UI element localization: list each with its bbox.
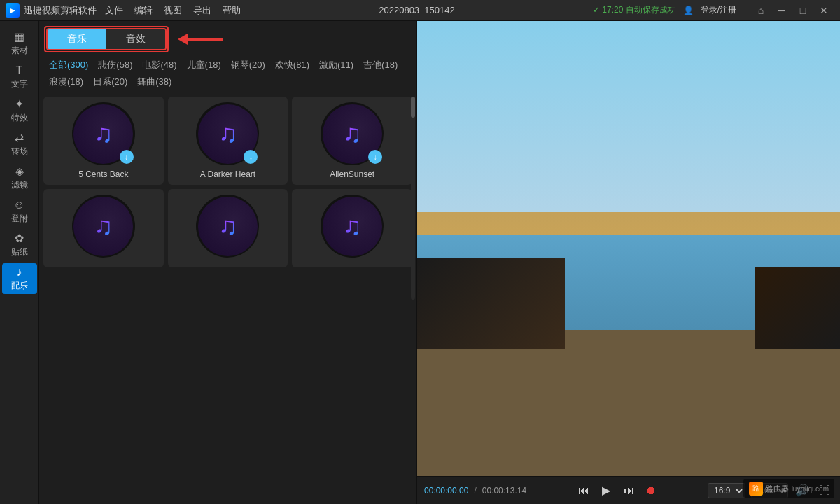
watermark-url: luyouqi.com — [792, 485, 829, 493]
menu-edit[interactable]: 编辑 — [134, 4, 153, 17]
music-tab-group: 音乐 音效 — [46, 28, 167, 50]
music-card-6[interactable]: ♫ — [292, 189, 412, 267]
music-thumb-4: ♫ — [72, 195, 135, 258]
titlebar: ▶ 迅捷视频剪辑软件 文件 编辑 视图 导出 帮助 20220803_15014… — [0, 0, 840, 21]
menu-export[interactable]: 导出 — [193, 4, 211, 17]
cat-dance[interactable]: 舞曲(38) — [134, 74, 174, 90]
music-thumb-inner-6: ♫ — [323, 197, 382, 256]
music-thumb-1: ♫ ↓ — [72, 102, 135, 165]
menu-view[interactable]: 视图 — [164, 4, 182, 17]
app-icon: ▶ — [6, 4, 20, 18]
cat-japan[interactable]: 日系(20) — [90, 74, 130, 90]
video-preview — [417, 21, 840, 476]
time-total: 00:00:13.14 — [482, 486, 526, 496]
sidebar-item-filter[interactable]: ◈ 滤镜 — [2, 162, 37, 193]
sidebar-label-music: 配乐 — [11, 280, 28, 292]
music-card-5[interactable]: ♫ — [168, 189, 288, 267]
download-btn-1[interactable]: ↓ — [120, 150, 134, 164]
tab-music[interactable]: 音乐 — [48, 29, 106, 49]
music-title-1: 5 Cents Back — [78, 169, 128, 179]
music-thumb-3: ♫ ↓ — [321, 102, 384, 165]
music-card-3[interactable]: ♫ ↓ AlienSunset — [292, 97, 412, 185]
sidebar-item-transition[interactable]: ⇄ 转场 — [2, 129, 37, 160]
music-thumb-6: ♫ — [321, 195, 384, 258]
sidebar-item-music[interactable]: ♪ 配乐 — [2, 263, 37, 294]
download-btn-2[interactable]: ↓ — [244, 150, 258, 164]
sidebar-item-effects[interactable]: ✦ 特效 — [2, 95, 37, 126]
sidebar-label-sticker2: 贴纸 — [11, 246, 28, 258]
sidebar-label-sticker: 登附 — [11, 213, 28, 225]
music-note-icon-5: ♫ — [218, 211, 237, 241]
cat-sad[interactable]: 悲伤(58) — [95, 57, 135, 73]
sticker-icon: ☺ — [13, 199, 24, 211]
download-btn-3[interactable]: ↓ — [368, 150, 382, 164]
menu-file[interactable]: 文件 — [105, 4, 123, 17]
user-icon: 👤 — [683, 6, 694, 15]
login-btn[interactable]: 登录/注册 — [701, 4, 736, 16]
record-button[interactable]: ⏺ — [643, 482, 659, 499]
time-separator: / — [474, 486, 476, 496]
music-thumb-5: ♫ — [196, 195, 259, 258]
preview-sky — [417, 21, 840, 212]
music-grid: ♫ ↓ 5 Cents Back ♫ ↓ A Darker Heart — [43, 97, 412, 267]
sidebar-item-material[interactable]: ▦ 素材 — [2, 28, 37, 59]
maximize-button[interactable]: □ — [792, 0, 813, 21]
sidebar-label-material: 素材 — [11, 45, 28, 57]
tab-sfx[interactable]: 音效 — [106, 29, 165, 49]
cat-guitar[interactable]: 吉他(18) — [360, 57, 400, 73]
cat-kids[interactable]: 儿童(18) — [184, 57, 224, 73]
scrollbar-thumb[interactable] — [411, 97, 415, 118]
cat-inspire[interactable]: 激励(11) — [316, 57, 356, 73]
music-thumb-inner-4: ♫ — [74, 197, 133, 256]
sidebar-item-text[interactable]: T 文字 — [2, 62, 37, 92]
music-card-4[interactable]: ♫ — [43, 189, 164, 267]
music-title-3: AlienSunset — [330, 169, 374, 179]
play-button[interactable]: ▶ — [598, 482, 615, 499]
watermark: 路 路由器 luyouqi.com — [743, 479, 834, 498]
next-frame-button[interactable]: ⏭ — [620, 482, 637, 499]
cat-romance[interactable]: 浪漫(18) — [46, 74, 86, 90]
cat-movie[interactable]: 电影(48) — [139, 57, 179, 73]
transition-icon: ⇄ — [15, 131, 24, 144]
tab-group-container: 音乐 音效 — [46, 28, 167, 50]
minimize-button[interactable]: ─ — [771, 0, 792, 21]
preview-area: 00:00:00.00 / 00:00:13.14 ⏮ ▶ ⏭ ⏺ 16:9 9… — [417, 21, 840, 504]
sidebar-item-sticker2[interactable]: ✿ 贴纸 — [2, 230, 37, 260]
material-icon: ▦ — [14, 30, 24, 43]
music-card-1[interactable]: ♫ ↓ 5 Cents Back — [43, 97, 164, 185]
music-icon: ♪ — [17, 266, 22, 279]
menu-help[interactable]: 帮助 — [223, 4, 241, 17]
music-title-2: A Darker Heart — [200, 169, 255, 179]
aspect-ratio-select[interactable]: 16:9 9:16 4:3 1:1 — [708, 483, 746, 498]
sidebar-label-text: 文字 — [11, 78, 28, 90]
window-title: 20220803_150142 — [241, 5, 593, 15]
arrow-shaft — [188, 38, 223, 41]
watermark-text: 路由器 — [766, 484, 789, 494]
arrow-head — [178, 34, 188, 45]
music-note-icon-2: ♫ — [218, 119, 237, 148]
watermark-icon: 路 — [749, 482, 763, 496]
preview-land — [417, 330, 840, 476]
time-current: 00:00:00.00 — [424, 486, 468, 496]
save-status: ✓ 17:20 自动保存成功 — [593, 4, 676, 16]
prev-frame-button[interactable]: ⏮ — [575, 482, 592, 499]
scrollbar-track[interactable] — [411, 97, 415, 300]
text-icon: T — [16, 64, 23, 77]
close-button[interactable]: ✕ — [813, 0, 834, 21]
cat-piano[interactable]: 钢琴(20) — [228, 57, 268, 73]
music-note-icon-3: ♫ — [343, 119, 362, 148]
tab-area: 音乐 音效 — [39, 21, 416, 55]
app-name: 迅捷视频剪辑软件 — [24, 4, 97, 17]
sidebar: ▦ 素材 T 文字 ✦ 特效 ⇄ 转场 ◈ 滤镜 ☺ 登附 ✿ 贴纸 ♪ 配乐 — [0, 21, 39, 504]
music-thumb-2: ♫ ↓ — [196, 102, 259, 165]
sticker2-icon: ✿ — [15, 232, 24, 245]
home-button[interactable]: ⌂ — [750, 0, 771, 21]
preview-landscape — [417, 21, 840, 476]
music-note-icon-6: ♫ — [343, 211, 362, 241]
cat-happy[interactable]: 欢快(81) — [272, 57, 312, 73]
content-panel: 音乐 音效 全部(300) 悲伤(58) 电影(48) 儿童(18) 钢琴(20… — [39, 21, 417, 504]
sidebar-item-sticker[interactable]: ☺ 登附 — [2, 196, 37, 227]
music-card-2[interactable]: ♫ ↓ A Darker Heart — [168, 97, 288, 185]
cat-all[interactable]: 全部(300) — [46, 57, 91, 73]
right-actions: ✓ 17:20 自动保存成功 👤 登录/注册 ⌂ ─ □ ✕ — [593, 0, 834, 21]
